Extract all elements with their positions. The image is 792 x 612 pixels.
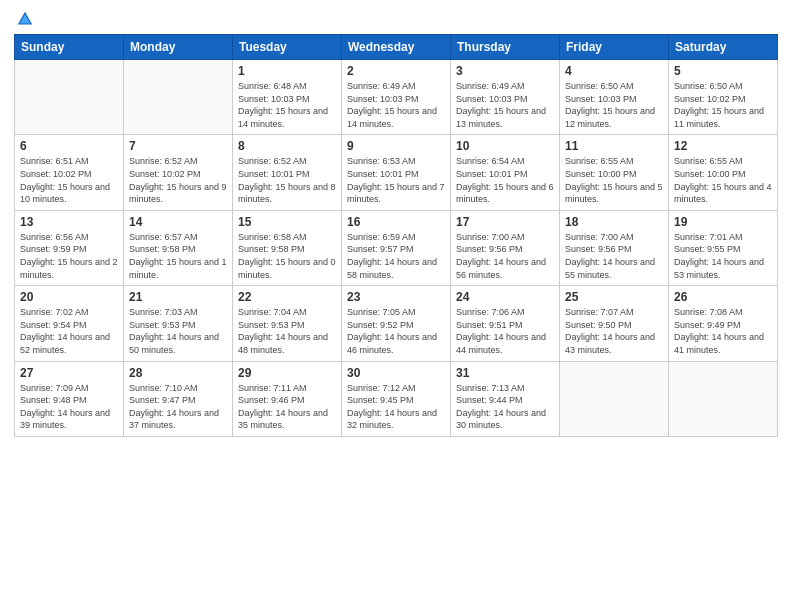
day-info: Sunrise: 7:06 AM Sunset: 9:51 PM Dayligh…: [456, 306, 554, 356]
calendar-header-row: SundayMondayTuesdayWednesdayThursdayFrid…: [15, 35, 778, 60]
calendar-cell: 12Sunrise: 6:55 AM Sunset: 10:00 PM Dayl…: [669, 135, 778, 210]
day-number: 13: [20, 215, 118, 229]
calendar-cell: 31Sunrise: 7:13 AM Sunset: 9:44 PM Dayli…: [451, 361, 560, 436]
calendar-cell: 29Sunrise: 7:11 AM Sunset: 9:46 PM Dayli…: [233, 361, 342, 436]
calendar-cell: 28Sunrise: 7:10 AM Sunset: 9:47 PM Dayli…: [124, 361, 233, 436]
day-number: 25: [565, 290, 663, 304]
calendar-cell: 20Sunrise: 7:02 AM Sunset: 9:54 PM Dayli…: [15, 286, 124, 361]
calendar-cell: 4Sunrise: 6:50 AM Sunset: 10:03 PM Dayli…: [560, 60, 669, 135]
logo-icon: [16, 10, 34, 28]
day-number: 11: [565, 139, 663, 153]
calendar-cell: 7Sunrise: 6:52 AM Sunset: 10:02 PM Dayli…: [124, 135, 233, 210]
day-number: 28: [129, 366, 227, 380]
calendar-week-2: 6Sunrise: 6:51 AM Sunset: 10:02 PM Dayli…: [15, 135, 778, 210]
day-info: Sunrise: 6:55 AM Sunset: 10:00 PM Daylig…: [674, 155, 772, 205]
day-info: Sunrise: 7:00 AM Sunset: 9:56 PM Dayligh…: [456, 231, 554, 281]
calendar-cell: 18Sunrise: 7:00 AM Sunset: 9:56 PM Dayli…: [560, 210, 669, 285]
day-info: Sunrise: 7:11 AM Sunset: 9:46 PM Dayligh…: [238, 382, 336, 432]
header: [14, 10, 778, 28]
calendar-cell: [15, 60, 124, 135]
calendar-cell: 11Sunrise: 6:55 AM Sunset: 10:00 PM Dayl…: [560, 135, 669, 210]
calendar-cell: 13Sunrise: 6:56 AM Sunset: 9:59 PM Dayli…: [15, 210, 124, 285]
day-info: Sunrise: 6:52 AM Sunset: 10:01 PM Daylig…: [238, 155, 336, 205]
calendar-cell: 3Sunrise: 6:49 AM Sunset: 10:03 PM Dayli…: [451, 60, 560, 135]
calendar-cell: 17Sunrise: 7:00 AM Sunset: 9:56 PM Dayli…: [451, 210, 560, 285]
day-info: Sunrise: 7:05 AM Sunset: 9:52 PM Dayligh…: [347, 306, 445, 356]
day-number: 17: [456, 215, 554, 229]
day-number: 7: [129, 139, 227, 153]
calendar-cell: 24Sunrise: 7:06 AM Sunset: 9:51 PM Dayli…: [451, 286, 560, 361]
day-info: Sunrise: 7:03 AM Sunset: 9:53 PM Dayligh…: [129, 306, 227, 356]
day-info: Sunrise: 7:04 AM Sunset: 9:53 PM Dayligh…: [238, 306, 336, 356]
calendar-cell: 5Sunrise: 6:50 AM Sunset: 10:02 PM Dayli…: [669, 60, 778, 135]
day-number: 6: [20, 139, 118, 153]
day-info: Sunrise: 6:58 AM Sunset: 9:58 PM Dayligh…: [238, 231, 336, 281]
day-info: Sunrise: 6:55 AM Sunset: 10:00 PM Daylig…: [565, 155, 663, 205]
calendar-cell: 27Sunrise: 7:09 AM Sunset: 9:48 PM Dayli…: [15, 361, 124, 436]
day-number: 18: [565, 215, 663, 229]
day-number: 23: [347, 290, 445, 304]
calendar-cell: 10Sunrise: 6:54 AM Sunset: 10:01 PM Dayl…: [451, 135, 560, 210]
day-info: Sunrise: 6:48 AM Sunset: 10:03 PM Daylig…: [238, 80, 336, 130]
calendar-cell: 9Sunrise: 6:53 AM Sunset: 10:01 PM Dayli…: [342, 135, 451, 210]
day-info: Sunrise: 7:08 AM Sunset: 9:49 PM Dayligh…: [674, 306, 772, 356]
calendar-cell: 21Sunrise: 7:03 AM Sunset: 9:53 PM Dayli…: [124, 286, 233, 361]
day-info: Sunrise: 7:10 AM Sunset: 9:47 PM Dayligh…: [129, 382, 227, 432]
day-info: Sunrise: 7:00 AM Sunset: 9:56 PM Dayligh…: [565, 231, 663, 281]
calendar-week-1: 1Sunrise: 6:48 AM Sunset: 10:03 PM Dayli…: [15, 60, 778, 135]
day-header-saturday: Saturday: [669, 35, 778, 60]
day-header-thursday: Thursday: [451, 35, 560, 60]
calendar-cell: 2Sunrise: 6:49 AM Sunset: 10:03 PM Dayli…: [342, 60, 451, 135]
day-header-tuesday: Tuesday: [233, 35, 342, 60]
day-number: 16: [347, 215, 445, 229]
day-number: 1: [238, 64, 336, 78]
page: SundayMondayTuesdayWednesdayThursdayFrid…: [0, 0, 792, 612]
day-number: 20: [20, 290, 118, 304]
calendar-cell: [124, 60, 233, 135]
day-info: Sunrise: 6:57 AM Sunset: 9:58 PM Dayligh…: [129, 231, 227, 281]
day-info: Sunrise: 7:07 AM Sunset: 9:50 PM Dayligh…: [565, 306, 663, 356]
calendar-cell: 1Sunrise: 6:48 AM Sunset: 10:03 PM Dayli…: [233, 60, 342, 135]
day-info: Sunrise: 6:51 AM Sunset: 10:02 PM Daylig…: [20, 155, 118, 205]
day-number: 15: [238, 215, 336, 229]
calendar-week-4: 20Sunrise: 7:02 AM Sunset: 9:54 PM Dayli…: [15, 286, 778, 361]
day-number: 2: [347, 64, 445, 78]
day-header-monday: Monday: [124, 35, 233, 60]
calendar-cell: [669, 361, 778, 436]
calendar-cell: 25Sunrise: 7:07 AM Sunset: 9:50 PM Dayli…: [560, 286, 669, 361]
calendar-cell: 14Sunrise: 6:57 AM Sunset: 9:58 PM Dayli…: [124, 210, 233, 285]
day-info: Sunrise: 6:53 AM Sunset: 10:01 PM Daylig…: [347, 155, 445, 205]
day-info: Sunrise: 6:50 AM Sunset: 10:02 PM Daylig…: [674, 80, 772, 130]
calendar-cell: 30Sunrise: 7:12 AM Sunset: 9:45 PM Dayli…: [342, 361, 451, 436]
day-number: 19: [674, 215, 772, 229]
day-header-sunday: Sunday: [15, 35, 124, 60]
day-info: Sunrise: 7:09 AM Sunset: 9:48 PM Dayligh…: [20, 382, 118, 432]
day-number: 30: [347, 366, 445, 380]
day-number: 4: [565, 64, 663, 78]
day-number: 31: [456, 366, 554, 380]
day-number: 9: [347, 139, 445, 153]
calendar-cell: 8Sunrise: 6:52 AM Sunset: 10:01 PM Dayli…: [233, 135, 342, 210]
calendar-cell: 23Sunrise: 7:05 AM Sunset: 9:52 PM Dayli…: [342, 286, 451, 361]
logo: [14, 10, 34, 28]
calendar-cell: 6Sunrise: 6:51 AM Sunset: 10:02 PM Dayli…: [15, 135, 124, 210]
day-number: 26: [674, 290, 772, 304]
calendar-week-5: 27Sunrise: 7:09 AM Sunset: 9:48 PM Dayli…: [15, 361, 778, 436]
day-number: 5: [674, 64, 772, 78]
day-header-friday: Friday: [560, 35, 669, 60]
calendar-cell: 15Sunrise: 6:58 AM Sunset: 9:58 PM Dayli…: [233, 210, 342, 285]
calendar-cell: 22Sunrise: 7:04 AM Sunset: 9:53 PM Dayli…: [233, 286, 342, 361]
day-number: 21: [129, 290, 227, 304]
day-info: Sunrise: 6:56 AM Sunset: 9:59 PM Dayligh…: [20, 231, 118, 281]
day-number: 27: [20, 366, 118, 380]
calendar: SundayMondayTuesdayWednesdayThursdayFrid…: [14, 34, 778, 437]
day-info: Sunrise: 6:49 AM Sunset: 10:03 PM Daylig…: [456, 80, 554, 130]
day-info: Sunrise: 7:01 AM Sunset: 9:55 PM Dayligh…: [674, 231, 772, 281]
day-number: 3: [456, 64, 554, 78]
day-info: Sunrise: 7:13 AM Sunset: 9:44 PM Dayligh…: [456, 382, 554, 432]
calendar-cell: 26Sunrise: 7:08 AM Sunset: 9:49 PM Dayli…: [669, 286, 778, 361]
day-info: Sunrise: 6:50 AM Sunset: 10:03 PM Daylig…: [565, 80, 663, 130]
calendar-week-3: 13Sunrise: 6:56 AM Sunset: 9:59 PM Dayli…: [15, 210, 778, 285]
day-number: 14: [129, 215, 227, 229]
day-info: Sunrise: 7:02 AM Sunset: 9:54 PM Dayligh…: [20, 306, 118, 356]
